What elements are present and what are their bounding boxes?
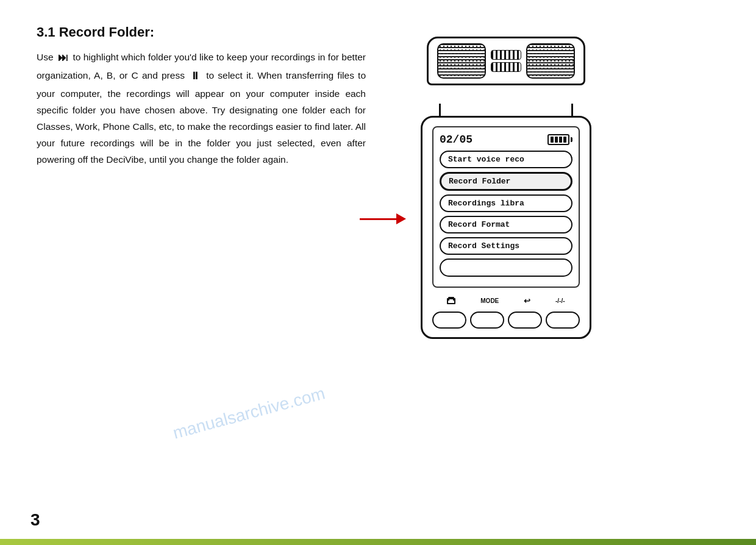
section-heading: 3.1 Record Folder: (37, 24, 366, 40)
battery-bar-3 (559, 137, 562, 143)
device-button-4[interactable] (546, 312, 580, 329)
page-number: 3 (30, 510, 40, 530)
bottom-label-time: -/-/- (555, 297, 565, 304)
battery-bar-4 (563, 137, 566, 143)
skip-icon: ⏭ (58, 49, 68, 67)
mic-dots-left (438, 45, 485, 77)
mic-dots-right (527, 45, 574, 77)
battery-bar-1 (551, 137, 554, 143)
menu-item-record-format[interactable]: Record Format (440, 216, 572, 233)
time-label: -/-/- (555, 297, 565, 304)
mic-body (427, 37, 585, 85)
device-connector (439, 104, 573, 116)
pause-icon: ⏸ (190, 67, 201, 85)
device-screen: 02/05 Start voice reco Record (432, 126, 580, 288)
left-content: 3.1 Record Folder: Use ⏭ to highlight wh… (37, 24, 378, 527)
menu-item-start-voice[interactable]: Start voice reco (440, 151, 572, 168)
mic-roller-top (491, 50, 521, 60)
device-button-2[interactable] (470, 312, 504, 329)
device-illustration: 02/05 Start voice reco Record (378, 24, 634, 527)
back-arrow-icon: ↩ (524, 296, 530, 305)
battery-icon (547, 134, 572, 145)
device-drawing: 02/05 Start voice reco Record (402, 37, 610, 339)
bottom-labels-row: MODE ↩ -/-/- (432, 294, 580, 308)
menu-item-empty (440, 258, 572, 277)
menu-item-recordings-lib[interactable]: Recordings libra (440, 194, 572, 212)
mic-grille-left (437, 43, 486, 79)
page-container: 3.1 Record Folder: Use ⏭ to highlight wh… (0, 0, 756, 545)
screen-header: 02/05 (440, 134, 572, 146)
bottom-label-folder (447, 298, 455, 304)
bottom-label-mode: MODE (480, 297, 499, 304)
battery-bar-2 (555, 137, 558, 143)
bottom-bar (0, 539, 756, 545)
mic-center-rollers (488, 43, 524, 79)
device-buttons-row (432, 312, 580, 329)
menu-item-record-settings[interactable]: Record Settings (440, 237, 572, 255)
mode-label: MODE (480, 297, 499, 304)
device-top-mic (421, 37, 591, 104)
battery-body (547, 134, 569, 145)
arrow-line (360, 218, 396, 220)
folder-icon (447, 298, 455, 304)
bottom-label-back: ↩ (524, 296, 530, 305)
arrow-head (396, 213, 406, 224)
menu-item-record-folder[interactable]: Record Folder (440, 172, 572, 191)
battery-tip (571, 137, 572, 142)
pointer-arrow (360, 213, 406, 224)
body-paragraph: Use ⏭ to highlight which folder you'd li… (37, 49, 366, 168)
mic-grille-right (526, 43, 575, 79)
device-button-3[interactable] (508, 312, 542, 329)
device-main-body: 02/05 Start voice reco Record (421, 116, 591, 339)
track-counter: 02/05 (440, 134, 472, 146)
mic-roller-bottom (491, 62, 521, 72)
device-button-1[interactable] (432, 312, 466, 329)
